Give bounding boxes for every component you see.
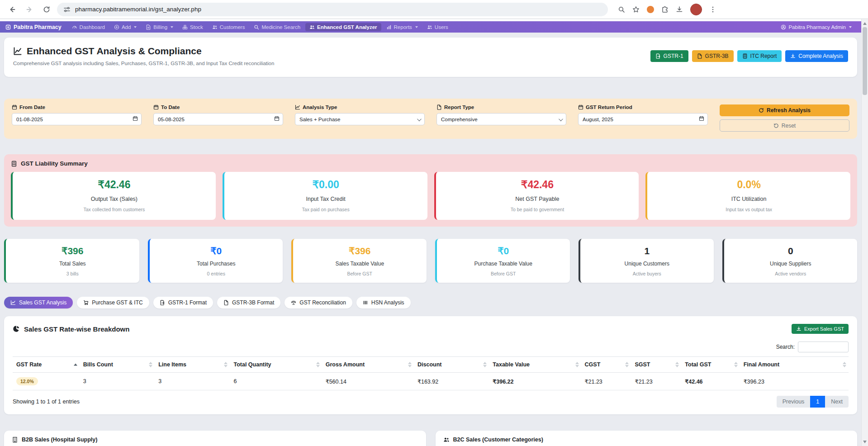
browser-forward-button[interactable] — [23, 3, 36, 16]
gstr1-button[interactable]: GSTR-1 — [650, 50, 688, 62]
column-header-gst-rate[interactable]: GST Rate — [13, 357, 80, 373]
caret-down-icon — [415, 26, 418, 28]
brand[interactable]: Pabitra Pharmacy — [5, 24, 62, 30]
net-gst-payable-label: Net GST Payable — [441, 196, 635, 202]
users-icon — [427, 24, 432, 30]
users-icon — [212, 24, 218, 30]
b2b-sales-title: B2B Sales (Hospital Supply) — [12, 437, 418, 443]
unique-customers-value: 1 — [584, 246, 710, 256]
navbar-item-reports[interactable]: Reports — [382, 23, 422, 31]
bookmark-star-icon[interactable] — [632, 6, 640, 13]
file-icon — [697, 53, 702, 59]
extensions-puzzle-icon[interactable] — [661, 6, 669, 13]
gstr3b-button[interactable]: GSTR-3B — [692, 50, 734, 62]
complete-analysis-button[interactable]: Complete Analysis — [785, 50, 848, 62]
analysis-type-select[interactable]: Sales + Purchase — [295, 113, 425, 125]
plus-circle-icon — [114, 24, 119, 30]
column-header-taxable-value[interactable]: Taxable Value — [489, 357, 581, 373]
vertical-scrollbar[interactable] — [861, 19, 868, 446]
search-label: Search: — [776, 344, 795, 350]
column-header-cgst[interactable]: CGST — [581, 357, 631, 373]
scrollbar-up-arrow-icon[interactable] — [862, 20, 868, 27]
calendar-icon — [699, 116, 704, 121]
scrollbar-down-arrow-icon[interactable] — [862, 438, 868, 445]
navbar-item-medicine-search[interactable]: Medicine Search — [250, 23, 304, 31]
column-header-total-quantity[interactable]: Total Quantity — [230, 357, 322, 373]
extension-icon[interactable] — [647, 6, 654, 13]
report-type-select[interactable]: Comprehensive — [436, 113, 566, 125]
itc-report-button[interactable]: ITC Report — [737, 50, 782, 62]
calculator-icon — [742, 53, 748, 59]
sales-taxable-value: ₹396 — [297, 246, 423, 256]
input-tax-credit-label: Input Tax Credit — [229, 196, 423, 202]
analysis-type-label: Analysis Type — [295, 104, 425, 110]
tab-sales-gst-analysis[interactable]: Sales GST Analysis — [4, 297, 73, 308]
pagination-previous-button[interactable]: Previous — [777, 396, 811, 408]
browser-profile-avatar[interactable] — [690, 4, 702, 15]
column-header-total-gst[interactable]: Total GST — [681, 357, 740, 373]
downloads-icon[interactable] — [676, 6, 683, 13]
table-search-input[interactable] — [798, 342, 849, 352]
gst-return-period-label: GST Return Period — [578, 104, 708, 110]
site-settings-icon — [63, 6, 71, 13]
tab-gstr3b-format[interactable]: GSTR-3B Format — [217, 297, 280, 308]
reset-button[interactable]: Reset — [720, 119, 849, 132]
column-header-final-amount[interactable]: Final Amount — [740, 357, 849, 373]
column-header-bills-count[interactable]: Bills Count — [80, 357, 155, 373]
b2c-sales-title: B2C Sales (Customer Categories) — [443, 437, 850, 443]
column-header-line-items[interactable]: Line Items — [155, 357, 230, 373]
filter-panel: From Date To Date — [4, 99, 857, 139]
page-header: Enhanced GST Analysis & Compliance Compr… — [4, 38, 857, 77]
calendar-icon — [12, 104, 17, 110]
shopping-cart-icon — [83, 300, 89, 305]
navbar-item-customers[interactable]: Customers — [208, 23, 249, 31]
tab-hsn-analysis[interactable]: HSN Analysis — [356, 297, 411, 308]
scrollbar-thumb[interactable] — [863, 27, 867, 95]
stat-card-sales-taxable-value: ₹396 Sales Taxable Value Before GST — [291, 239, 427, 283]
cell-line-items: 3 — [155, 373, 230, 390]
tab-gstr1-format[interactable]: GSTR-1 Format — [153, 297, 213, 308]
browser-menu-kebab-icon[interactable] — [709, 6, 716, 13]
barcode-icon — [363, 300, 368, 305]
address-bar[interactable]: pharmacy.pabitramemorial.in/gst_analyzer… — [57, 3, 608, 16]
download-icon — [796, 326, 802, 332]
sort-icon — [483, 362, 487, 367]
navbar-item-enhanced-gst-analyzer[interactable]: Enhanced GST Analyzer — [305, 23, 381, 31]
file-icon — [436, 104, 442, 110]
pagination-next-button[interactable]: Next — [825, 396, 849, 408]
refresh-analysis-button[interactable]: Refresh Analysis — [720, 104, 849, 116]
to-date-label: To Date — [153, 104, 283, 110]
browser-back-button[interactable] — [5, 3, 19, 16]
pagination-page-1-button[interactable]: 1 — [810, 396, 825, 408]
from-date-input[interactable] — [12, 113, 142, 125]
file-icon — [223, 300, 229, 305]
back-arrow-icon — [9, 6, 16, 13]
reload-icon — [43, 6, 50, 13]
gst-return-period-input[interactable] — [578, 113, 708, 125]
report-type-label: Report Type — [436, 104, 566, 110]
person-circle-icon — [781, 24, 786, 30]
navbar-item-billing[interactable]: Billing — [142, 23, 177, 31]
stat-card-total-purchases: ₹0 Total Purchases 0 entries — [148, 239, 283, 283]
navbar-item-stock[interactable]: Stock — [178, 23, 207, 31]
navbar-item-add[interactable]: Add — [110, 23, 141, 31]
caret-down-icon — [134, 26, 137, 28]
navbar-item-dashboard[interactable]: Dashboard — [68, 23, 109, 31]
tab-purchase-gst-itc[interactable]: Purchase GST & ITC — [77, 297, 149, 308]
analysis-tabs: Sales GST Analysis Purchase GST & ITC GS… — [4, 297, 857, 308]
navbar-user-menu[interactable]: Pabitra Pharmacy Admin — [777, 23, 856, 31]
stat-card-unique-customers: 1 Unique Customers Active buyers — [579, 239, 714, 283]
column-header-gross-amount[interactable]: Gross Amount — [322, 357, 414, 373]
output-tax-value: ₹42.46 — [17, 179, 211, 191]
to-date-input[interactable] — [153, 113, 283, 125]
column-header-discount[interactable]: Discount — [414, 357, 489, 373]
sort-icon — [675, 362, 679, 367]
navbar-item-users[interactable]: Users — [423, 23, 452, 31]
export-sales-gst-button[interactable]: Export Sales GST — [792, 324, 849, 334]
unique-suppliers-label: Unique Suppliers — [728, 261, 854, 267]
forward-arrow-icon — [26, 6, 33, 13]
browser-reload-button[interactable] — [40, 3, 53, 16]
column-header-sgst[interactable]: SGST — [631, 357, 681, 373]
zoom-lens-icon[interactable] — [618, 6, 625, 13]
tab-gst-reconciliation[interactable]: GST Reconciliation — [285, 297, 352, 308]
